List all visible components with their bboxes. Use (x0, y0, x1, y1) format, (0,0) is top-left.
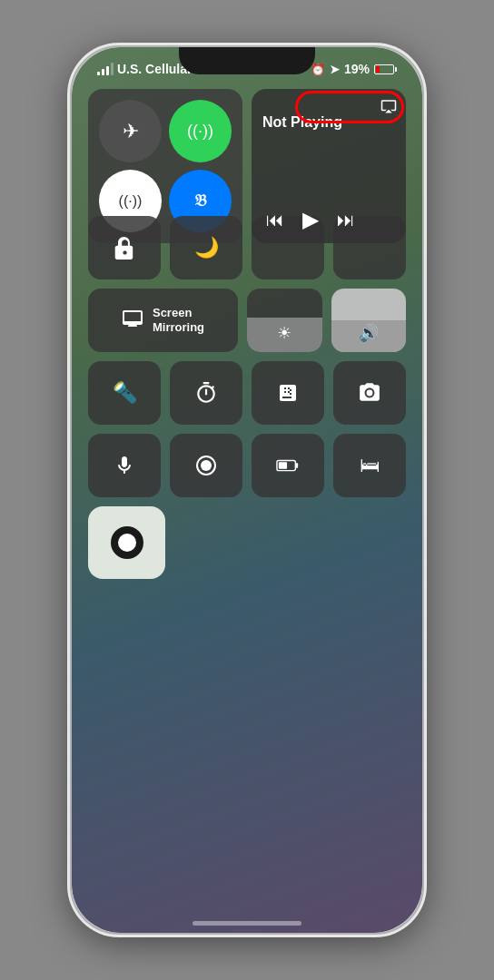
flashlight-button[interactable]: 🔦 (88, 361, 161, 425)
signal-icon (97, 63, 114, 75)
svg-rect-3 (295, 463, 298, 468)
voice-memos-button[interactable] (88, 434, 161, 497)
volume-slider[interactable]: 🔊 (331, 289, 407, 352)
empty-space (174, 506, 406, 579)
brightness-slider[interactable]: ☀ (247, 289, 322, 352)
row-mirror: ScreenMirroring ☀ 🔊 (88, 289, 406, 352)
row-tools2: 🛏 (88, 434, 406, 497)
control-center: ✈ ((·)) ((·)) 𝔅 Not Playing ⏮ (88, 89, 406, 914)
rotation-lock-button[interactable] (88, 216, 161, 279)
timer-button[interactable] (170, 361, 242, 425)
row-top: ✈ ((·)) ((·)) 𝔅 Not Playing ⏮ (88, 89, 406, 207)
camera-button[interactable] (333, 361, 406, 425)
signal-bar-1 (97, 72, 100, 75)
calculator-button[interactable] (252, 361, 324, 425)
status-right: ⏰ ➤ 19% (311, 62, 397, 76)
fast-forward-button[interactable]: ⏭ (337, 210, 355, 230)
signal-bar-4 (111, 63, 114, 75)
phone-frame: U.S. Cellular LTE ⏰ ➤ 19% ✈ ((· (70, 45, 424, 935)
do-not-disturb-button[interactable]: 🌙 (170, 216, 242, 279)
svg-point-0 (367, 390, 373, 397)
signal-bar-2 (102, 69, 104, 75)
screen-mirroring-button[interactable]: ScreenMirroring (88, 289, 238, 352)
screen-record-button[interactable] (170, 434, 242, 497)
notch (179, 47, 315, 74)
wifi-button[interactable]: ((·)) (169, 100, 232, 162)
play-button[interactable]: ▶ (302, 207, 319, 232)
screen-mirroring-icon (122, 308, 143, 334)
screen-mirroring-label: ScreenMirroring (153, 306, 204, 334)
media-status: Not Playing (262, 114, 395, 131)
phone-screen: U.S. Cellular LTE ⏰ ➤ 19% ✈ ((· (72, 47, 422, 933)
bed-time-button[interactable]: 🛏 (333, 434, 406, 497)
airplay-icon[interactable] (380, 98, 397, 118)
airplane-mode-button[interactable]: ✈ (99, 100, 162, 162)
battery-status-button[interactable] (252, 434, 324, 497)
battery-percent: 19% (344, 62, 370, 76)
rewind-button[interactable]: ⏮ (266, 210, 284, 230)
row-bottom (88, 506, 406, 579)
accessibility-button[interactable] (88, 506, 165, 579)
signal-bar-3 (106, 66, 109, 75)
svg-rect-2 (279, 462, 287, 468)
media-tile[interactable]: Not Playing ⏮ ▶ ⏭ (252, 89, 406, 243)
power-button[interactable] (422, 247, 424, 328)
brightness-icon: ☀ (277, 323, 291, 343)
battery-icon (374, 64, 397, 74)
alarm-icon: ⏰ (311, 63, 325, 76)
media-controls: ⏮ ▶ ⏭ (262, 207, 395, 232)
home-indicator[interactable] (193, 921, 301, 926)
volume-icon: 🔊 (359, 323, 379, 343)
row-tools: 🔦 (88, 361, 406, 425)
location-icon: ➤ (330, 63, 340, 76)
